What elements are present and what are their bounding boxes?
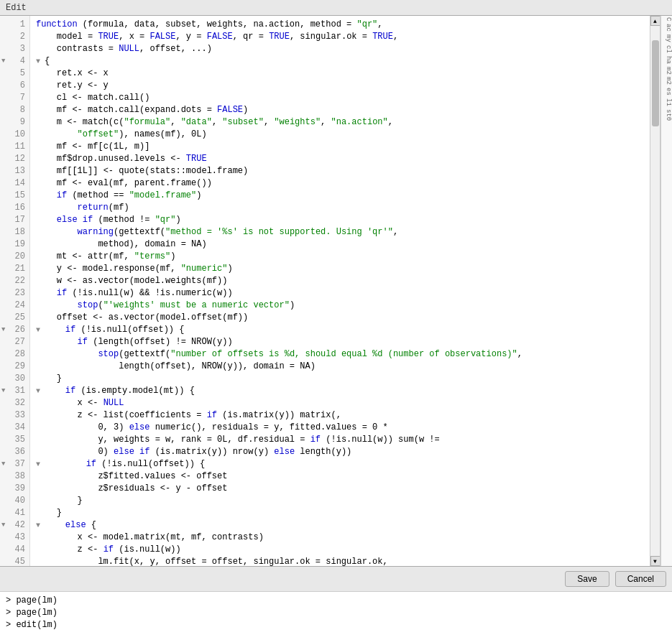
code-line: mf[[1L]] <- quote(stats::model.frame) [30,165,650,177]
scroll-thumb[interactable] [652,40,659,126]
console-line: > page(lm) [6,607,666,619]
code-line: y <- model.response(mf, "numeric") [30,263,650,275]
code-line: } [30,495,650,507]
code-line: if (!is.null(w) && !is.numeric(w)) [30,287,650,300]
code-line: x <- model.matrix(mt, mf, contrasts) [30,532,650,544]
code-line: mf <- match.call(expand.dots = FALSE) [30,104,650,116]
line-numbers: 1234567891011121314151617181920212223242… [0,16,30,566]
code-line: z$fitted.values <- offset [30,470,650,483]
code-container: 1234567891011121314151617181920212223242… [0,16,660,566]
code-line: lm.fit(x, y, offset = offset, singular.o… [30,556,650,566]
rs-label-ac: ac [661,22,672,33]
rs-label-es: es [661,86,672,97]
rs-label-cl: cl [661,44,672,55]
bottom-bar: Save Cancel [0,566,672,591]
cancel-button[interactable]: Cancel [615,571,666,587]
code-line: return(mf) [30,202,650,214]
code-line: stop("'weights' must be a numeric vector… [30,300,650,312]
code-line: } [30,373,650,385]
scroll-down-arrow[interactable]: ▼ [650,556,661,566]
code-line: mf$drop.unused.levels <- TRUE [30,153,650,165]
console-line: > edit(lm) [6,619,666,631]
code-line: x <- NULL [30,397,650,409]
code-line: "offset"), names(mf), 0L) [30,129,650,141]
code-line: function (formula, data, subset, weights… [30,19,650,31]
code-line: cl <- match.call() [30,92,650,104]
code-line: if (method == "model.frame") [30,190,650,202]
rs-label-ha: ha [661,55,672,65]
code-line: offset <- as.vector(model.offset(mf)) [30,312,650,324]
code-line: ret.x <- x [30,68,650,80]
code-line: mf <- mf[c(1L, m)] [30,141,650,153]
code-line: else if (method != "qr") [30,214,650,226]
code-line: ▼ { [30,55,650,68]
window-title: Edit [6,3,27,13]
console-line: > page(lm) [6,595,666,607]
rs-label-st0: st0 [661,108,672,122]
code-line: warning(gettextf("method = '%s' is not s… [30,226,650,238]
code-line: stop(gettextf("number of offsets is %d, … [30,348,650,361]
code-line: length(offset), NROW(y)), domain = NA) [30,361,650,373]
main-area: 1234567891011121314151617181920212223242… [0,16,672,566]
code-panel: 1234567891011121314151617181920212223242… [0,16,661,566]
code-line: } [30,507,650,519]
code-line: z <- if (is.null(w)) [30,544,650,556]
code-content: function (formula, data, subset, weights… [30,19,650,566]
console-area: > page(lm)> page(lm)> edit(lm) [0,591,672,640]
title-bar: Edit [0,0,672,16]
code-line: model = TRUE, x = FALSE, y = FALSE, qr =… [30,31,650,43]
code-line: mt <- attr(mf, "terms") [30,251,650,263]
editor-window: Edit 12345678910111213141516171819202122… [0,0,672,640]
code-line: m <- match(c("formula", "data", "subset"… [30,116,650,129]
rs-label-c: C [661,16,672,22]
save-button[interactable]: Save [565,571,609,587]
code-scroll[interactable]: function (formula, data, subset, weights… [30,16,650,566]
code-line: ▼ if (is.empty.model(mt)) { [30,385,650,397]
right-sidebar: C ac my cl ha m2 m2 es l1 st0 [661,16,672,566]
code-line: 0) else if (is.matrix(y)) nrow(y) else l… [30,446,650,458]
code-line: z <- list(coefficients = if (is.matrix(y… [30,409,650,422]
rs-label-my: my [661,33,672,44]
code-line: ▼ if (!is.null(offset)) { [30,458,650,470]
vertical-scrollbar[interactable]: ▲ ▼ [650,16,660,566]
scroll-up-arrow[interactable]: ▲ [650,16,661,26]
code-line: method), domain = NA) [30,238,650,251]
code-line: y, weights = w, rank = 0L, df.residual =… [30,434,650,446]
code-line: if (length(offset) != NROW(y)) [30,336,650,348]
code-line: contrasts = NULL, offset, ...) [30,43,650,55]
code-line: ▼ if (!is.null(offset)) { [30,324,650,336]
rs-label-l1: l1 [661,97,672,108]
rs-label-m2b: m2 [661,75,672,86]
code-line: 0, 3) else numeric(), residuals = y, fit… [30,422,650,434]
code-line: ret.y <- y [30,80,650,92]
code-line: ▼ else { [30,519,650,532]
rs-label-m2a: m2 [661,65,672,76]
code-line: w <- as.vector(model.weights(mf)) [30,275,650,287]
code-line: z$residuals <- y - offset [30,483,650,495]
code-line: mf <- eval(mf, parent.frame()) [30,177,650,190]
